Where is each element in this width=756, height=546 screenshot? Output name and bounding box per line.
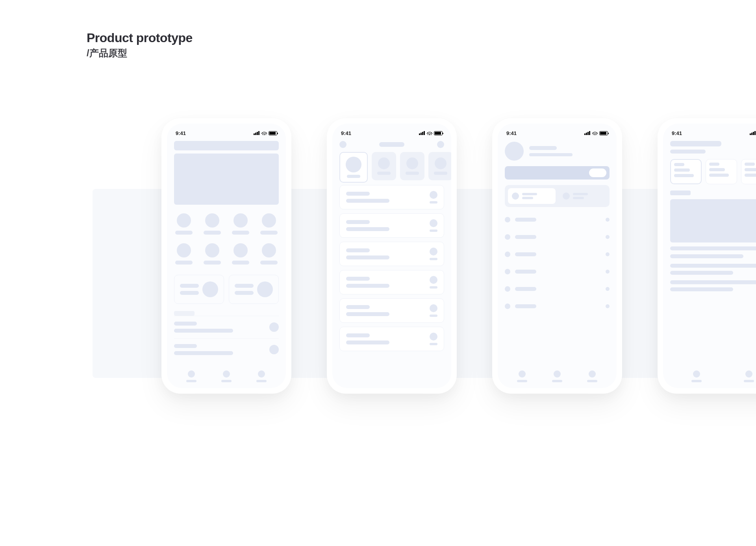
phone-3-screen: 9:41 bbox=[498, 124, 617, 388]
grid-item-icon bbox=[262, 213, 276, 228]
grid-item[interactable] bbox=[259, 213, 279, 235]
nav-left-icon[interactable] bbox=[339, 141, 346, 148]
row-avatar-icon bbox=[269, 345, 279, 354]
tab-icon bbox=[223, 370, 230, 378]
signal-icon bbox=[584, 131, 591, 135]
detail-col bbox=[670, 264, 756, 275]
grid-item[interactable] bbox=[259, 243, 279, 265]
story-item-active[interactable] bbox=[339, 152, 368, 183]
grid-item[interactable] bbox=[174, 243, 194, 265]
menu-item[interactable] bbox=[505, 298, 610, 315]
grid-item-label bbox=[175, 261, 193, 265]
feature-cards bbox=[174, 275, 279, 304]
tab-item[interactable] bbox=[221, 370, 232, 382]
phone-mockup-4: 9:41 bbox=[658, 118, 756, 394]
menu-item[interactable] bbox=[505, 263, 610, 280]
item-subtitle-placeholder bbox=[346, 199, 389, 203]
item-side-icon bbox=[430, 333, 437, 341]
tab-item[interactable] bbox=[744, 370, 754, 382]
wifi-icon bbox=[261, 131, 267, 135]
story-item[interactable] bbox=[400, 152, 424, 180]
profile-name-placeholder bbox=[529, 146, 557, 150]
item-title-placeholder bbox=[346, 333, 370, 337]
grid-item[interactable] bbox=[202, 243, 222, 265]
item-title-placeholder bbox=[346, 248, 370, 252]
list-item[interactable] bbox=[339, 242, 444, 266]
menu-item[interactable] bbox=[505, 280, 610, 298]
status-time: 9:41 bbox=[341, 130, 351, 136]
segment-label bbox=[522, 193, 537, 195]
story-label bbox=[406, 172, 419, 175]
story-item[interactable] bbox=[428, 152, 451, 180]
tab-item[interactable] bbox=[517, 370, 527, 382]
chip-card-active[interactable] bbox=[670, 159, 702, 184]
chip-card[interactable] bbox=[741, 159, 756, 184]
grid-item-label bbox=[232, 231, 249, 235]
profile-avatar-icon bbox=[505, 142, 524, 161]
tab-item[interactable] bbox=[691, 370, 702, 382]
chip-line bbox=[709, 163, 719, 166]
tab-label bbox=[587, 380, 597, 382]
chip-card[interactable] bbox=[706, 159, 737, 184]
item-subtitle-placeholder bbox=[346, 227, 389, 231]
status-bar: 9:41 bbox=[332, 124, 451, 138]
segment-tab-active[interactable] bbox=[508, 188, 556, 204]
segment-tab[interactable] bbox=[559, 188, 606, 204]
profile-meta-placeholder bbox=[529, 153, 573, 156]
chevron-right-icon bbox=[606, 287, 610, 291]
grid-item[interactable] bbox=[231, 213, 250, 235]
grid-item-icon bbox=[205, 213, 219, 228]
story-avatar-icon bbox=[346, 157, 361, 172]
heading-subtitle: /产品原型 bbox=[87, 47, 193, 59]
segment-sublabel bbox=[522, 197, 533, 199]
menu-item[interactable] bbox=[505, 228, 610, 246]
stories-row[interactable] bbox=[332, 148, 451, 183]
tab-item[interactable] bbox=[552, 370, 562, 382]
row-subtitle-placeholder bbox=[174, 329, 233, 333]
grid-item[interactable] bbox=[231, 243, 250, 265]
status-time: 9:41 bbox=[176, 130, 186, 136]
chip-line bbox=[674, 174, 694, 177]
tab-item[interactable] bbox=[587, 370, 597, 382]
detail-image-placeholder[interactable] bbox=[670, 199, 756, 242]
list-item[interactable] bbox=[339, 298, 444, 323]
tab-item[interactable] bbox=[256, 370, 267, 382]
signal-icon bbox=[750, 131, 756, 135]
grid-item[interactable] bbox=[202, 213, 222, 235]
tab-item[interactable] bbox=[186, 370, 196, 382]
list-row[interactable] bbox=[174, 316, 279, 338]
item-side-icon bbox=[430, 219, 437, 227]
wifi-icon bbox=[427, 131, 432, 135]
story-item[interactable] bbox=[372, 152, 396, 180]
phone-2-screen: 9:41 bbox=[332, 124, 451, 388]
list-item[interactable] bbox=[339, 213, 444, 238]
card-icon bbox=[257, 281, 273, 297]
menu-item[interactable] bbox=[505, 246, 610, 263]
chip-line bbox=[745, 168, 756, 171]
heading-title: Product prototype bbox=[87, 31, 193, 45]
grid-item-label bbox=[204, 261, 221, 265]
grid-item[interactable] bbox=[174, 213, 194, 235]
feature-card[interactable] bbox=[174, 275, 224, 304]
list-item[interactable] bbox=[339, 327, 444, 351]
menu-item[interactable] bbox=[505, 211, 610, 228]
list-item[interactable] bbox=[339, 185, 444, 209]
hero-image-placeholder[interactable] bbox=[174, 154, 279, 205]
row-subtitle-placeholder bbox=[174, 351, 233, 355]
promo-banner[interactable] bbox=[505, 166, 610, 180]
nav-right-icon[interactable] bbox=[437, 141, 444, 148]
nav-bar bbox=[332, 138, 451, 148]
status-icons bbox=[419, 131, 443, 135]
banner-action-button[interactable] bbox=[589, 168, 606, 177]
item-subtitle-placeholder bbox=[346, 312, 389, 316]
signal-icon bbox=[254, 131, 260, 135]
list-row[interactable] bbox=[174, 338, 279, 361]
chip-row[interactable] bbox=[663, 154, 756, 184]
item-side-icon bbox=[430, 248, 437, 255]
menu-item-icon bbox=[505, 286, 510, 292]
feature-card[interactable] bbox=[229, 275, 279, 304]
page-heading: Product prototype /产品原型 bbox=[87, 31, 193, 59]
profile-header[interactable] bbox=[498, 138, 617, 161]
chevron-right-icon bbox=[606, 304, 610, 308]
list-item[interactable] bbox=[339, 270, 444, 294]
